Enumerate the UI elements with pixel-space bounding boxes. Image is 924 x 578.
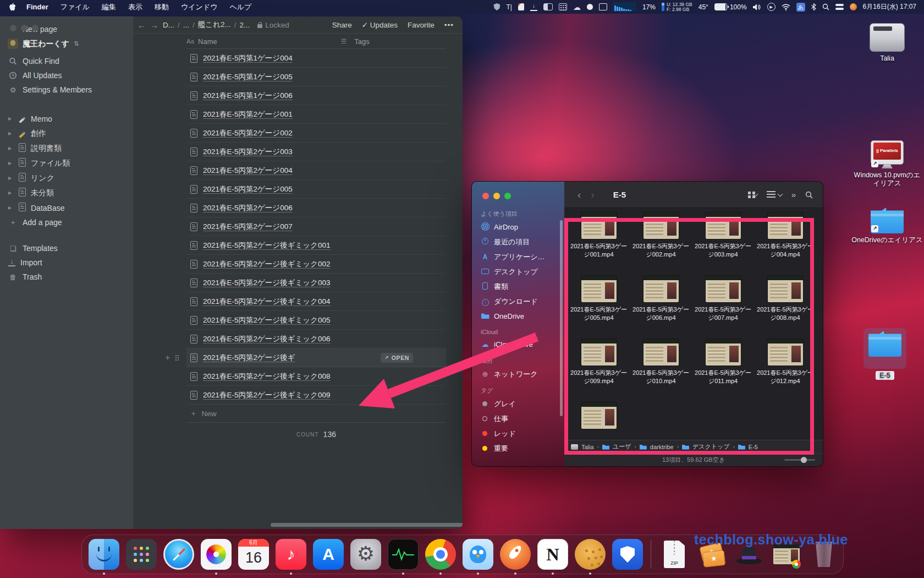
table-row[interactable]: 2021春E-5丙第2ゲージ後ギミック005 [186, 311, 446, 330]
expand-triangle-icon[interactable]: ▶ [8, 190, 14, 195]
paste-status-icon[interactable] [518, 3, 524, 10]
dock-twitterrific[interactable] [463, 539, 493, 570]
sidebar-page-files[interactable]: ▶ファイル類 [0, 156, 133, 171]
expand-triangle-icon[interactable]: ▶ [8, 161, 14, 166]
text-tool-status-icon[interactable]: T| [506, 3, 512, 11]
sidebar-item-settings[interactable]: ⚙ Settings & Members [0, 83, 133, 97]
sidebar-item-trash[interactable]: 🗑Trash [0, 270, 133, 284]
menu-window[interactable]: ウインドウ [175, 2, 224, 12]
desktop-icon-windows-alias[interactable]: || Parallels ↗ Windows 10.pvmのエイリアス [851, 140, 923, 188]
sidebar-item-documents[interactable]: 書類 [472, 279, 564, 294]
sidebar-item-all-updates[interactable]: All Updates [0, 68, 133, 83]
volume-icon[interactable] [753, 4, 761, 10]
banner-status-icon[interactable] [599, 3, 607, 10]
breadcrumb-segment[interactable]: 2... [239, 21, 250, 29]
view-mode-button[interactable] [748, 190, 757, 200]
keyboard-status-icon[interactable] [559, 3, 567, 10]
workspace-switcher[interactable]: 魔王わーくす ⇅ [8, 39, 79, 49]
dock-music[interactable]: ♪ [276, 539, 306, 570]
sidebar-item-airdrop[interactable]: AirDrop [472, 220, 564, 235]
horizontal-scrollbar[interactable] [271, 523, 463, 527]
group-button[interactable] [767, 190, 782, 200]
table-row[interactable]: 2021春E-5丙第2ゲージ後ギミック009 [186, 386, 446, 405]
notification-status-icon[interactable] [587, 4, 593, 10]
sidebar-tag-work[interactable]: 仕事 [472, 411, 564, 426]
input-method-icon[interactable]: あ [796, 3, 805, 12]
menu-view[interactable]: 表示 [122, 2, 148, 12]
dock-photos[interactable] [201, 539, 232, 570]
search-icon[interactable] [805, 191, 813, 199]
dock-bitwarden[interactable] [612, 539, 643, 570]
table-row[interactable]: 2021春E-5丙第2ゲージ004 [186, 161, 446, 180]
sidebar-page-uncategorized[interactable]: ▶未分類 [0, 186, 133, 200]
bluetooth-icon[interactable] [811, 3, 816, 10]
drag-handle-icon[interactable] [175, 355, 179, 361]
sidebar-item-icloud-drive[interactable]: ☁iCloud Drive [472, 337, 564, 352]
dock-chrome[interactable] [425, 539, 456, 570]
cpu-histogram-icon[interactable] [613, 2, 636, 12]
sidebar-item-onedrive[interactable]: OneDrive [472, 309, 564, 324]
add-page-button[interactable]: ＋ Add a page [0, 215, 141, 230]
battery-widget[interactable]: 100% [714, 3, 747, 11]
breadcrumb-segment[interactable]: 艦これ2... [198, 20, 231, 30]
dock-safari[interactable] [163, 539, 194, 570]
sidebar-scrollbar[interactable] [560, 220, 563, 416]
dock-zip-file[interactable]: ZIP [659, 539, 690, 570]
table-row[interactable]: 2021春E-5丙第2ゲージ後ギミック001 [186, 236, 446, 255]
forward-icon[interactable]: › [591, 189, 594, 201]
table-row[interactable]: 2021春E-5丙第2ゲージ007 [186, 217, 446, 236]
zoom-button[interactable] [504, 193, 511, 199]
playback-status-icon[interactable]: ▶ [767, 3, 776, 11]
close-button[interactable] [482, 193, 489, 199]
add-row-icon[interactable]: ＋ [163, 352, 172, 363]
dock-appstore[interactable]: A [313, 539, 344, 570]
expand-triangle-icon[interactable]: ▶ [8, 146, 14, 151]
sidebar-page-sousaku[interactable]: ▶創作 [0, 126, 133, 141]
sidebar-item-downloads[interactable]: ↓ダウンロード [472, 294, 564, 309]
table-row[interactable]: 2021春E-5丙第1ゲージ006 [186, 86, 446, 105]
cpu-percent[interactable]: 17% [642, 3, 656, 11]
updates-button[interactable]: ✓ Updates [362, 20, 398, 29]
desktop-icon-talia[interactable]: Talia [851, 23, 923, 63]
dock-notion[interactable]: N [537, 539, 568, 570]
dock-finder[interactable] [89, 539, 119, 570]
zoom-button[interactable] [32, 25, 38, 31]
menu-help[interactable]: ヘルプ [223, 2, 257, 12]
table-row[interactable]: 2021春E-5丙第2ゲージ001 [186, 105, 446, 124]
expand-triangle-icon[interactable]: ▶ [8, 131, 14, 136]
sidebar-item-recents[interactable]: 最近の項目 [472, 235, 564, 249]
dock-calendar[interactable]: 6月16 [238, 539, 269, 570]
table-row[interactable]: 2021春E-5丙第2ゲージ005 [186, 180, 446, 199]
name-column-header[interactable]: Name [198, 37, 217, 46]
wifi-icon[interactable] [782, 4, 790, 10]
breadcrumb-segment[interactable]: D... [163, 21, 174, 29]
sidebar-page-docs[interactable]: ▶説明書類 [0, 141, 133, 156]
forward-icon[interactable]: → [150, 20, 158, 30]
desktop-icon-onedrive-alias[interactable]: ↗ OneDriveのエイリアス [851, 208, 923, 244]
back-icon[interactable]: ‹ [578, 189, 581, 201]
table-row-hovered[interactable]: ＋ 2021春E-5丙第2ゲージ後ギ ↗OPEN [186, 348, 446, 367]
display-status-icon[interactable] [543, 3, 553, 10]
table-row[interactable]: 2021春E-5丙第1ゲージ004 [186, 49, 446, 68]
tags-column-header[interactable]: Tags [354, 37, 369, 46]
table-row[interactable]: 2021春E-5丙第2ゲージ後ギミック003 [186, 274, 446, 292]
menu-edit[interactable]: 編集 [96, 2, 122, 12]
download-status-icon[interactable]: ↓ [530, 3, 537, 11]
dock-cookie[interactable] [575, 539, 606, 570]
menu-app-name[interactable]: Finder [20, 3, 54, 11]
menu-clock[interactable]: 6月16日(水) 17:07 [863, 2, 916, 12]
expand-triangle-icon[interactable]: ▶ [8, 205, 14, 210]
minimize-button[interactable] [21, 25, 28, 31]
table-row[interactable]: 2021春E-5丙第2ゲージ後ギミック004 [186, 292, 446, 311]
menu-go[interactable]: 移動 [148, 2, 175, 12]
open-button[interactable]: ↗OPEN [381, 353, 413, 363]
table-row[interactable]: 2021春E-5丙第2ゲージ後ギミック006 [186, 330, 446, 348]
more-button[interactable]: ••• [444, 21, 454, 29]
sidebar-tag-gray[interactable]: グレイ [472, 396, 564, 411]
close-button[interactable] [10, 25, 16, 31]
favorite-button[interactable]: Favorite [408, 21, 435, 29]
apple-menu-icon[interactable] [9, 3, 16, 11]
memory-widget[interactable]: U: 12.39 GBF: 2.98 GB [662, 2, 692, 12]
icon-size-slider[interactable] [784, 459, 815, 461]
new-row-button[interactable]: ＋New [186, 405, 446, 423]
